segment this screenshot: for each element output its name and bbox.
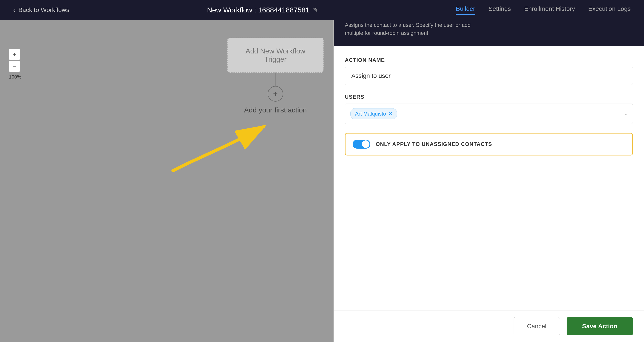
panel-body: ACTION NAME USERS Art Malquisto ✕ ⌄ ONLY…: [334, 46, 644, 310]
panel-subtitle: Assigns the contact to a user. Specify t…: [345, 21, 478, 37]
user-tag-name: Art Malquisto: [355, 111, 386, 117]
back-label: Back to Workflows: [18, 6, 70, 14]
users-field[interactable]: Art Malquisto ✕ ⌄: [345, 104, 633, 124]
unassigned-toggle[interactable]: [352, 140, 370, 148]
back-arrow-icon: ‹: [13, 6, 16, 14]
unassigned-contacts-toggle-row: ONLY APPLY TO UNASSIGNED CONTACTS: [345, 133, 633, 156]
back-to-workflows-btn[interactable]: ‹ Back to Workflows: [13, 6, 69, 14]
tab-builder[interactable]: Builder: [456, 5, 475, 15]
zoom-level: 100%: [9, 74, 21, 80]
zoom-out-btn[interactable]: −: [9, 61, 20, 72]
toggle-slider: [352, 140, 370, 148]
zoom-controls: + − 100%: [9, 49, 21, 80]
nav-tabs: Builder Settings Enrollment History Exec…: [456, 5, 631, 15]
connector-line: [275, 73, 276, 86]
tab-enrollment-history[interactable]: Enrollment History: [524, 5, 575, 15]
cancel-button[interactable]: Cancel: [514, 317, 560, 335]
edit-icon[interactable]: ✎: [313, 6, 318, 14]
workflow-trigger-box[interactable]: Add New Workflow Trigger: [227, 38, 324, 73]
tab-execution-logs[interactable]: Execution Logs: [588, 5, 631, 15]
add-action-label: Add your first action: [244, 106, 307, 114]
add-action-btn[interactable]: +: [268, 86, 283, 102]
action-name-input[interactable]: [345, 67, 633, 85]
users-label: USERS: [345, 94, 633, 100]
toggle-label-text: ONLY APPLY TO UNASSIGNED CONTACTS: [376, 141, 492, 147]
remove-user-btn[interactable]: ✕: [388, 111, 392, 117]
action-name-label: ACTION NAME: [345, 57, 633, 63]
panel-footer: Cancel Save Action: [334, 310, 644, 342]
save-action-button[interactable]: Save Action: [566, 317, 633, 335]
tab-settings[interactable]: Settings: [488, 5, 511, 15]
user-tag: Art Malquisto ✕: [350, 108, 397, 119]
workflow-name: New Workflow : 1688441887581: [207, 6, 309, 14]
right-panel: Assign User Assigns the contact to a use…: [334, 0, 644, 342]
workflow-title-area: New Workflow : 1688441887581 ✎: [207, 6, 318, 14]
zoom-in-btn[interactable]: +: [9, 49, 20, 60]
trigger-box-line1: Add New Workflow: [246, 47, 305, 55]
trigger-box-line2: Trigger: [264, 55, 286, 63]
top-nav: ‹ Back to Workflows New Workflow : 16884…: [0, 0, 644, 20]
users-dropdown-arrow: ⌄: [624, 111, 628, 117]
